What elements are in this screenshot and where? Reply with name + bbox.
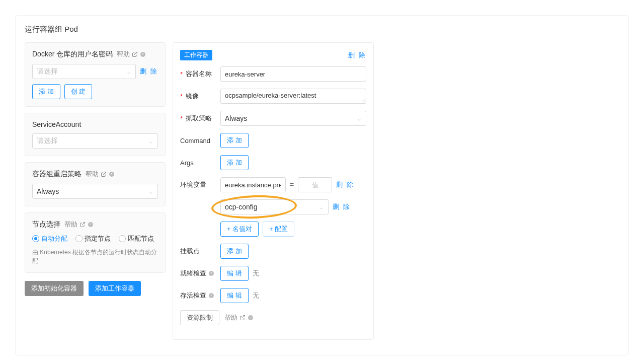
command-add-button[interactable]: 添 加 <box>220 133 249 148</box>
args-add-button[interactable]: 添 加 <box>220 155 249 170</box>
image-input[interactable]: ocpsample/eureka-server:latest <box>220 89 366 104</box>
question-icon: ? <box>88 222 94 228</box>
docker-delete-link[interactable]: 删 除 <box>140 67 158 76</box>
question-icon: ? <box>208 293 214 299</box>
docker-secret-select[interactable]: 请选择 <box>32 64 136 79</box>
radio-icon <box>32 235 39 242</box>
sa-select[interactable]: 请选择 <box>32 133 158 149</box>
restart-select[interactable]: Always <box>32 184 158 199</box>
svg-line-6 <box>82 223 85 226</box>
add-config-button[interactable]: + 配置 <box>263 222 294 237</box>
chevron-down-icon <box>126 69 131 74</box>
radio-auto[interactable]: 自动分配 <box>32 234 67 243</box>
command-label: Command <box>180 137 215 144</box>
image-label: *镜像 <box>180 92 215 101</box>
docker-create-button[interactable]: 创 建 <box>64 84 93 99</box>
docker-add-button[interactable]: 添 加 <box>32 84 60 99</box>
container-form-panel: 工作容器 删 除 *容器名称 *镜像 ocpsample/eureka-serv… <box>173 42 374 340</box>
svg-line-13 <box>242 316 245 319</box>
live-value: 无 <box>253 291 259 300</box>
question-icon: ? <box>248 315 254 321</box>
pull-policy-select[interactable]: Always <box>220 111 366 126</box>
chevron-down-icon <box>148 189 153 194</box>
external-link-icon <box>101 171 107 177</box>
live-edit-button[interactable]: 编 辑 <box>220 288 249 303</box>
help-docker[interactable]: 帮助 ? <box>117 50 146 59</box>
ready-value: 无 <box>253 269 259 278</box>
chevron-down-icon <box>319 204 324 209</box>
radio-match[interactable]: 匹配节点 <box>119 234 154 243</box>
svg-line-3 <box>103 172 106 175</box>
radio-icon <box>75 235 83 242</box>
question-icon: ? <box>109 171 115 177</box>
add-init-container-button[interactable]: 添加初始化容器 <box>25 281 84 296</box>
container-name-label: *容器名称 <box>180 69 215 79</box>
ready-label: 就绪检查? <box>180 269 215 278</box>
docker-title: Docker 仓库的用户名密码 <box>32 50 113 59</box>
env-config-delete[interactable]: 删 除 <box>333 202 351 211</box>
node-select-panel: 节点选择 帮助 ? 自动分配 指定节点 匹配节点 由 Kubernetes 根据… <box>25 212 166 273</box>
args-label: Args <box>180 159 215 167</box>
page-title: 运行容器组 Pod <box>25 25 619 34</box>
resource-limit-button[interactable]: 资源限制 <box>180 310 219 325</box>
chevron-down-icon <box>357 116 362 121</box>
pull-policy-label: *抓取策略 <box>180 114 215 123</box>
external-link-icon <box>132 51 138 57</box>
restart-title: 容器组重启策略 <box>32 170 82 179</box>
restart-policy-panel: 容器组重启策略 帮助 ? Always <box>25 162 166 206</box>
question-icon: ? <box>208 270 214 276</box>
help-resource[interactable]: 帮助 ? <box>224 313 254 322</box>
radio-icon <box>119 235 126 242</box>
equals-sign: = <box>290 181 294 189</box>
help-restart[interactable]: 帮助 ? <box>86 170 115 179</box>
add-work-container-button[interactable]: 添加工作容器 <box>89 281 141 296</box>
container-name-input[interactable] <box>220 66 366 82</box>
node-hint: 由 Kubernetes 根据各节点的运行时状态自动分配 <box>32 248 158 265</box>
env-config-select[interactable]: ocp-config <box>220 199 329 214</box>
env-label: 环境变量 <box>180 180 215 189</box>
service-account-panel: ServiceAccount 请选择 <box>25 113 166 156</box>
mount-add-button[interactable]: 添 加 <box>220 244 249 259</box>
node-title: 节点选择 <box>32 220 60 229</box>
radio-specify[interactable]: 指定节点 <box>75 234 111 243</box>
external-link-icon <box>79 222 86 228</box>
live-label: 存活检查? <box>180 291 215 300</box>
svg-line-0 <box>134 52 137 55</box>
help-node[interactable]: 帮助 ? <box>64 220 94 229</box>
ready-edit-button[interactable]: 编 辑 <box>220 266 249 281</box>
sa-title: ServiceAccount <box>32 120 81 128</box>
mount-label: 挂载点 <box>180 247 215 256</box>
work-container-tag: 工作容器 <box>180 50 212 60</box>
question-icon: ? <box>140 51 146 57</box>
external-link-icon <box>239 315 246 321</box>
container-delete-link[interactable]: 删 除 <box>348 51 366 60</box>
chevron-down-icon <box>148 138 153 143</box>
env-row-delete[interactable]: 删 除 <box>336 180 354 189</box>
env-key-input[interactable] <box>220 177 286 192</box>
add-kv-button[interactable]: + 名值对 <box>220 222 259 237</box>
docker-panel: Docker 仓库的用户名密码 帮助 ? 请选择 删 除 添 加 <box>25 42 166 107</box>
env-value-input[interactable] <box>298 177 332 192</box>
